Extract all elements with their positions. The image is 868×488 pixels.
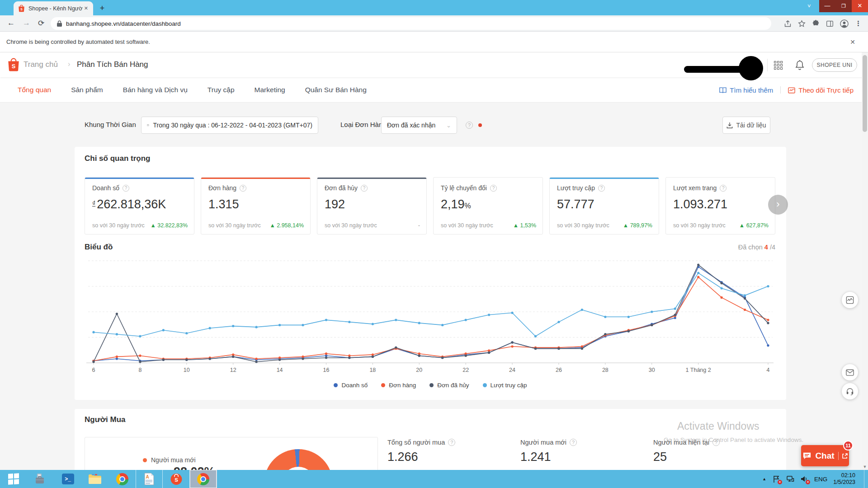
bookmark-star-icon[interactable] bbox=[798, 20, 806, 28]
live-tracking-link[interactable]: Theo dõi Trực tiếp bbox=[788, 86, 854, 94]
help-icon[interactable]: ? bbox=[712, 439, 720, 446]
date-range-picker[interactable]: Trong 30 ngày qua : 06-12-2022 - 04-01-2… bbox=[141, 117, 318, 134]
chart-selected-count: Đã chọn 4 /4 bbox=[738, 244, 775, 251]
tab-close-icon[interactable]: ✕ bbox=[83, 5, 90, 11]
taskbar-server-manager[interactable] bbox=[27, 470, 54, 488]
metric-card-2[interactable]: Đơn đã hủy ? 192 so với 30 ngày trước - bbox=[317, 177, 427, 235]
shopee-uni-button[interactable]: SHOPEE UNI bbox=[812, 58, 857, 72]
help-icon[interactable]: ? bbox=[598, 185, 605, 192]
windows-taskbar: >_ A S ▲ ✕ ✕ bbox=[0, 470, 868, 488]
help-icon[interactable]: ? bbox=[490, 185, 497, 192]
volume-icon[interactable]: ✕ bbox=[800, 475, 808, 483]
legend-item-0[interactable]: Doanh số bbox=[334, 382, 368, 389]
apps-grid-icon[interactable] bbox=[774, 61, 783, 70]
nav-tab-0[interactable]: Tổng quan bbox=[18, 86, 51, 94]
extensions-puzzle-icon[interactable] bbox=[812, 20, 820, 28]
page-scrollbar[interactable]: ▼ bbox=[862, 52, 868, 470]
browser-menu-icon[interactable]: ⋮ bbox=[855, 19, 862, 28]
nav-tab-4[interactable]: Marketing bbox=[255, 86, 285, 94]
notifications-bell-icon[interactable] bbox=[795, 60, 805, 70]
time-range-label: Khung Thời Gian bbox=[85, 121, 136, 128]
metric-delta: ▲ 627,87% bbox=[739, 222, 769, 229]
back-button[interactable]: ← bbox=[7, 19, 15, 28]
breadcrumb-home[interactable]: Trang chủ bbox=[24, 60, 58, 69]
show-desktop-strip[interactable] bbox=[864, 470, 864, 488]
taskbar-shopee-app[interactable]: S bbox=[163, 470, 190, 488]
download-data-button[interactable]: Tải dữ liệu bbox=[722, 117, 770, 134]
help-icon[interactable]: ? bbox=[448, 439, 455, 446]
url-text[interactable]: banhang.shopee.vn/datacenter/dashboard bbox=[66, 20, 181, 27]
share-icon[interactable] bbox=[784, 20, 792, 28]
floating-mail-button[interactable] bbox=[842, 364, 858, 380]
shopee-logo[interactable]: S bbox=[7, 57, 20, 72]
nav-tab-2[interactable]: Bán hàng và Dịch vụ bbox=[123, 86, 188, 94]
start-button[interactable] bbox=[0, 470, 27, 488]
scrollbar-thumb[interactable] bbox=[863, 55, 867, 132]
reload-button[interactable]: ⟳ bbox=[38, 19, 44, 28]
chat-expand-icon[interactable] bbox=[842, 453, 848, 459]
line-chart[interactable]: 6810121416182022242628301 Tháng 24 bbox=[85, 256, 776, 379]
legend-item-3[interactable]: Lượt truy cập bbox=[483, 382, 527, 389]
metric-delta: ▲ 789,97% bbox=[623, 222, 652, 229]
svg-text:30: 30 bbox=[649, 367, 655, 373]
help-icon[interactable]: ? bbox=[361, 185, 368, 192]
metric-card-3[interactable]: Tỷ lệ chuyển đổi ? 2,19% so với 30 ngày … bbox=[433, 177, 543, 235]
infobar-close-icon[interactable]: ✕ bbox=[850, 38, 855, 46]
metric-card-title: Đơn đã hủy bbox=[325, 184, 358, 192]
forward-button[interactable]: → bbox=[23, 19, 30, 28]
metric-card-4[interactable]: Lượt truy cập ? 57.777 so với 30 ngày tr… bbox=[549, 177, 659, 235]
clock[interactable]: 02:10 1/5/2023 bbox=[833, 472, 855, 486]
help-icon[interactable]: ? bbox=[720, 185, 726, 192]
window-minimize-button[interactable]: — bbox=[819, 0, 835, 12]
tab-list-chevron-icon[interactable]: ˅ bbox=[807, 3, 811, 9]
address-bar[interactable]: banhang.shopee.vn/datacenter/dashboard bbox=[51, 17, 771, 30]
buyer-stat-value: 1.266 bbox=[387, 450, 520, 464]
help-icon[interactable]: ? bbox=[240, 185, 246, 192]
input-language-indicator[interactable]: ENG bbox=[814, 476, 827, 483]
help-icon[interactable]: ? bbox=[570, 439, 577, 446]
buyers-section-title: Người Mua bbox=[85, 415, 126, 424]
taskbar-file-explorer[interactable] bbox=[81, 470, 108, 488]
live-chart-icon bbox=[788, 87, 795, 94]
nav-tab-3[interactable]: Truy cập bbox=[208, 86, 235, 94]
window-close-button[interactable]: ✕ bbox=[852, 0, 868, 12]
metric-card-title: Tỷ lệ chuyển đổi bbox=[441, 184, 487, 192]
network-icon[interactable] bbox=[786, 475, 794, 483]
taskbar-chrome-pinned[interactable] bbox=[108, 470, 136, 488]
help-icon[interactable]: ? bbox=[123, 185, 129, 192]
floating-analytics-button[interactable] bbox=[842, 292, 858, 308]
browser-tab[interactable]: S Shopee - Kênh Người bán ✕ bbox=[14, 1, 93, 15]
action-center-flag-icon[interactable]: ✕ bbox=[772, 475, 780, 483]
profile-avatar-icon[interactable] bbox=[840, 19, 849, 28]
nav-tab-1[interactable]: Sản phẩm bbox=[71, 86, 103, 94]
compare-label: so với 30 ngày trước bbox=[208, 222, 261, 229]
svg-text:6: 6 bbox=[92, 367, 95, 373]
donut-legend-label: Người mua mới bbox=[151, 456, 196, 464]
new-tab-button[interactable]: + bbox=[97, 3, 108, 14]
floating-support-button[interactable] bbox=[842, 383, 858, 399]
metric-card-0[interactable]: Doanh số ? ₫262.818,36K so với 30 ngày t… bbox=[85, 177, 194, 235]
order-type-help-icon[interactable]: ? bbox=[466, 122, 473, 129]
taskbar-chrome-active[interactable] bbox=[190, 470, 217, 488]
taskbar-wordpad[interactable]: A bbox=[136, 470, 163, 488]
side-panel-icon[interactable] bbox=[826, 20, 834, 28]
date-range-value: Trong 30 ngày qua : 06-12-2022 - 04-01-2… bbox=[153, 122, 312, 129]
learn-more-link[interactable]: Tìm hiểu thêm bbox=[719, 86, 773, 94]
window-maximize-button[interactable]: ❐ bbox=[835, 0, 852, 12]
chart-section-title: Biểu đồ bbox=[85, 243, 113, 252]
nav-tab-5[interactable]: Quân Sư Bán Hàng bbox=[305, 86, 367, 94]
tray-show-hidden-icon[interactable]: ▲ bbox=[762, 477, 766, 481]
svg-text:26: 26 bbox=[556, 367, 562, 373]
legend-item-1[interactable]: Đơn hàng bbox=[381, 382, 416, 389]
taskbar-powershell[interactable]: >_ bbox=[54, 470, 81, 488]
legend-item-2[interactable]: Đơn đã hủy bbox=[429, 382, 469, 389]
chat-button[interactable]: Chat 11 bbox=[801, 445, 849, 466]
scrollbar-down-arrow[interactable]: ▼ bbox=[862, 465, 868, 469]
redacted-shop-avatar[interactable] bbox=[739, 56, 763, 80]
metric-card-title: Doanh số bbox=[92, 184, 119, 192]
order-type-select[interactable]: Đơn đã xác nhận ⌄ bbox=[381, 117, 457, 134]
metric-card-1[interactable]: Đơn hàng ? 1.315 so với 30 ngày trước ▲ … bbox=[201, 177, 311, 235]
cards-carousel-next-button[interactable]: › bbox=[768, 195, 788, 215]
donut-legend-item[interactable]: Người mua mới bbox=[143, 456, 196, 464]
metric-card-5[interactable]: Lượt xem trang ? 1.093.271 so với 30 ngà… bbox=[665, 177, 775, 235]
